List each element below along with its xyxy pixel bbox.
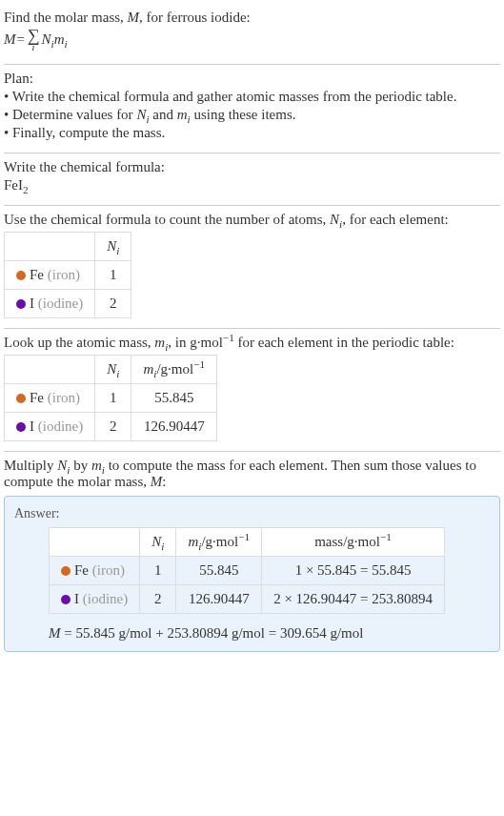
hN: N (107, 238, 116, 254)
masses-a: Look up the atomic mass, (4, 335, 154, 350)
masses-i: i (165, 341, 168, 353)
compute-i2: i (102, 464, 105, 476)
header-m: mi/g·mol−1 (176, 527, 262, 556)
header-m: mi/g·mol−1 (131, 355, 217, 383)
eq-lhs: M (4, 31, 16, 48)
i-N: 2 (140, 584, 176, 613)
plan-b2: • Determine values for Ni and mi using t… (4, 107, 500, 123)
masses-section: Look up the atomic mass, mi, in g·mol−1 … (4, 329, 500, 452)
hNi: i (116, 245, 119, 256)
empty-header (50, 527, 140, 556)
fe-m: 55.845 (131, 383, 217, 412)
count-i: i (339, 218, 342, 230)
answer-box: Answer: Ni mi/g·mol−1 mass/g·mol−1 Fe (i… (4, 496, 500, 652)
fe-cell: Fe (iron) (5, 260, 95, 289)
i-grey: (iodine) (83, 591, 128, 606)
formula-value: FeI2 (4, 177, 500, 194)
masses-c: for each element in the periodic table: (234, 335, 454, 350)
i-N: 2 (95, 289, 131, 317)
answer-table: Ni mi/g·mol−1 mass/g·mol−1 Fe (iron) 1 5… (49, 527, 445, 614)
table-row: Ni mi/g·mol−1 mass/g·mol−1 (50, 527, 445, 556)
table-row: Ni mi/g·mol−1 (5, 355, 217, 383)
plan-b1: • Write the chemical formula and gather … (4, 89, 500, 105)
empty-header (5, 232, 95, 260)
formula-section: Write the chemical formula: FeI2 (4, 153, 500, 206)
hmi: i (198, 541, 201, 552)
fe-grey: (iron) (92, 562, 125, 578)
plan-N: N (136, 107, 146, 122)
i-label: I (74, 591, 83, 606)
fe-N: 1 (95, 383, 131, 412)
fe-grey: (iron) (48, 390, 80, 405)
compute-i1: i (67, 464, 70, 476)
masses-sup: −1 (223, 332, 234, 343)
fe-cell: Fe (iron) (5, 383, 95, 412)
eq-m: m (54, 31, 65, 48)
hmi: i (153, 368, 156, 379)
table-row: Fe (iron) 1 55.845 (5, 383, 217, 412)
final-M: M (49, 625, 61, 641)
table-row: I (iodine) 2 126.90447 (5, 412, 217, 440)
table-row: Fe (iron) 1 55.845 1 × 55.845 = 55.845 (50, 556, 445, 584)
eq-i1: i (50, 38, 53, 50)
hNi: i (116, 368, 119, 379)
i-m: 126.90447 (131, 412, 217, 440)
plan-section: Plan: • Write the chemical formula and g… (4, 65, 500, 153)
table-row: Ni (5, 232, 131, 260)
masses-b: , in g·mol (168, 335, 223, 350)
intro-M: M (128, 10, 140, 25)
fe-dot-icon (16, 271, 26, 280)
hNi: i (161, 541, 164, 552)
compute-section: Multiply Ni by mi to compute the mass fo… (4, 452, 500, 662)
i-label: I (30, 296, 38, 311)
fe-label: Fe (30, 267, 48, 282)
i-label: I (30, 418, 38, 434)
fe-dot-icon (61, 566, 71, 576)
intro-rest: , for ferrous iodide: (139, 10, 251, 25)
fe-m: 55.845 (176, 556, 262, 584)
i-grey: (iodine) (38, 418, 83, 434)
hm: m (143, 361, 153, 377)
hm-unit: /g·mol (156, 361, 193, 377)
i-dot-icon (16, 299, 26, 309)
fe-label: Fe (30, 390, 48, 405)
plan-i1: i (146, 113, 149, 125)
formula-text: FeI (4, 177, 23, 193)
plan-m: m (177, 107, 188, 122)
count-section: Use the chemical formula to count the nu… (4, 206, 500, 329)
fe-label: Fe (74, 562, 92, 578)
masses-line: Look up the atomic mass, mi, in g·mol−1 … (4, 335, 500, 351)
hm-sup: −1 (193, 358, 205, 370)
intro-equation: M = ∑ i Nimi (4, 28, 500, 52)
sigma-sub: i (32, 43, 35, 51)
fe-mass: 1 × 55.845 = 55.845 (262, 556, 445, 584)
compute-m: m (91, 458, 102, 473)
intro-text: Find the molar mass, (4, 10, 128, 25)
i-cell: I (iodine) (5, 412, 95, 440)
compute-N: N (57, 458, 67, 473)
sigma-icon: ∑ (28, 28, 40, 43)
answer-formula: M = 55.845 g/mol + 253.80894 g/mol = 309… (49, 625, 490, 642)
header-N: Ni (95, 232, 131, 260)
compute-line: Multiply Ni by mi to compute the mass fo… (4, 458, 500, 490)
hm-unit: /g·mol (201, 534, 238, 549)
i-mass: 2 × 126.90447 = 253.80894 (262, 584, 445, 613)
formula-title: Write the chemical formula: (4, 159, 500, 175)
i-cell: I (iodine) (5, 289, 95, 317)
i-dot-icon (61, 595, 71, 604)
eq-i2: i (64, 38, 67, 50)
i-grey: (iodine) (38, 296, 83, 311)
compute-M: M (151, 474, 163, 489)
hm: m (188, 534, 198, 549)
eq-N: N (41, 31, 50, 48)
hN: N (107, 361, 116, 377)
count-a: Use the chemical formula to count the nu… (4, 212, 330, 227)
masses-m: m (154, 335, 165, 350)
hmass: mass/g·mol (314, 534, 380, 549)
plan-title: Plan: (4, 71, 500, 87)
plan-b2b: using these items. (191, 107, 296, 122)
count-N: N (330, 212, 339, 227)
hm-sup: −1 (238, 531, 250, 542)
plan-i2: i (188, 113, 191, 125)
fe-dot-icon (16, 394, 26, 403)
